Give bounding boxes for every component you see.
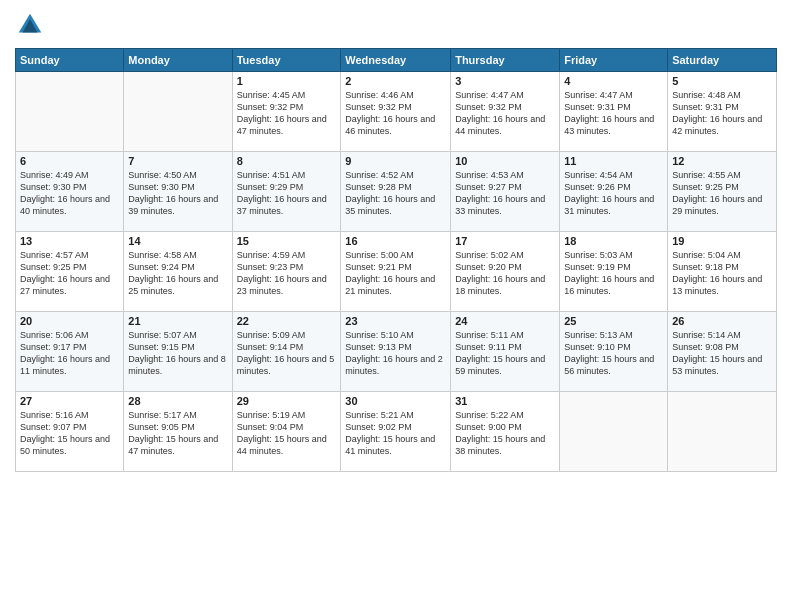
day-info: Sunrise: 4:51 AM Sunset: 9:29 PM Dayligh… [237,169,337,218]
day-info: Sunrise: 5:00 AM Sunset: 9:21 PM Dayligh… [345,249,446,298]
calendar-cell: 2Sunrise: 4:46 AM Sunset: 9:32 PM Daylig… [341,72,451,152]
day-info: Sunrise: 5:21 AM Sunset: 9:02 PM Dayligh… [345,409,446,458]
day-of-week-header: Thursday [451,49,560,72]
calendar-cell: 1Sunrise: 4:45 AM Sunset: 9:32 PM Daylig… [232,72,341,152]
calendar-header-row: SundayMondayTuesdayWednesdayThursdayFrid… [16,49,777,72]
day-info: Sunrise: 4:45 AM Sunset: 9:32 PM Dayligh… [237,89,337,138]
calendar-cell: 14Sunrise: 4:58 AM Sunset: 9:24 PM Dayli… [124,232,232,312]
day-of-week-header: Monday [124,49,232,72]
calendar-cell [124,72,232,152]
day-number: 23 [345,315,446,327]
calendar-cell [16,72,124,152]
day-of-week-header: Wednesday [341,49,451,72]
calendar-cell: 28Sunrise: 5:17 AM Sunset: 9:05 PM Dayli… [124,392,232,472]
day-number: 6 [20,155,119,167]
day-info: Sunrise: 5:19 AM Sunset: 9:04 PM Dayligh… [237,409,337,458]
calendar-cell: 23Sunrise: 5:10 AM Sunset: 9:13 PM Dayli… [341,312,451,392]
day-number: 16 [345,235,446,247]
day-info: Sunrise: 5:16 AM Sunset: 9:07 PM Dayligh… [20,409,119,458]
day-info: Sunrise: 5:09 AM Sunset: 9:14 PM Dayligh… [237,329,337,378]
day-info: Sunrise: 4:55 AM Sunset: 9:25 PM Dayligh… [672,169,772,218]
day-info: Sunrise: 5:10 AM Sunset: 9:13 PM Dayligh… [345,329,446,378]
day-number: 13 [20,235,119,247]
calendar-cell: 25Sunrise: 5:13 AM Sunset: 9:10 PM Dayli… [560,312,668,392]
day-number: 5 [672,75,772,87]
calendar-cell: 24Sunrise: 5:11 AM Sunset: 9:11 PM Dayli… [451,312,560,392]
day-number: 18 [564,235,663,247]
day-number: 15 [237,235,337,247]
calendar-week-row: 6Sunrise: 4:49 AM Sunset: 9:30 PM Daylig… [16,152,777,232]
day-info: Sunrise: 5:22 AM Sunset: 9:00 PM Dayligh… [455,409,555,458]
day-number: 19 [672,235,772,247]
day-number: 30 [345,395,446,407]
day-number: 17 [455,235,555,247]
calendar-cell: 16Sunrise: 5:00 AM Sunset: 9:21 PM Dayli… [341,232,451,312]
header [15,10,777,40]
day-number: 27 [20,395,119,407]
calendar-cell: 7Sunrise: 4:50 AM Sunset: 9:30 PM Daylig… [124,152,232,232]
calendar-cell: 29Sunrise: 5:19 AM Sunset: 9:04 PM Dayli… [232,392,341,472]
calendar-cell: 21Sunrise: 5:07 AM Sunset: 9:15 PM Dayli… [124,312,232,392]
day-number: 11 [564,155,663,167]
calendar-week-row: 27Sunrise: 5:16 AM Sunset: 9:07 PM Dayli… [16,392,777,472]
calendar-cell: 4Sunrise: 4:47 AM Sunset: 9:31 PM Daylig… [560,72,668,152]
calendar-cell [560,392,668,472]
day-number: 28 [128,395,227,407]
day-number: 25 [564,315,663,327]
calendar-cell: 10Sunrise: 4:53 AM Sunset: 9:27 PM Dayli… [451,152,560,232]
calendar-table: SundayMondayTuesdayWednesdayThursdayFrid… [15,48,777,472]
calendar-cell: 27Sunrise: 5:16 AM Sunset: 9:07 PM Dayli… [16,392,124,472]
calendar-cell: 30Sunrise: 5:21 AM Sunset: 9:02 PM Dayli… [341,392,451,472]
calendar-cell: 20Sunrise: 5:06 AM Sunset: 9:17 PM Dayli… [16,312,124,392]
calendar-week-row: 20Sunrise: 5:06 AM Sunset: 9:17 PM Dayli… [16,312,777,392]
day-number: 24 [455,315,555,327]
day-info: Sunrise: 4:59 AM Sunset: 9:23 PM Dayligh… [237,249,337,298]
day-info: Sunrise: 5:07 AM Sunset: 9:15 PM Dayligh… [128,329,227,378]
calendar-cell: 31Sunrise: 5:22 AM Sunset: 9:00 PM Dayli… [451,392,560,472]
calendar-cell: 13Sunrise: 4:57 AM Sunset: 9:25 PM Dayli… [16,232,124,312]
calendar-cell: 26Sunrise: 5:14 AM Sunset: 9:08 PM Dayli… [668,312,777,392]
page: SundayMondayTuesdayWednesdayThursdayFrid… [0,0,792,612]
day-info: Sunrise: 5:13 AM Sunset: 9:10 PM Dayligh… [564,329,663,378]
day-number: 12 [672,155,772,167]
calendar-cell [668,392,777,472]
calendar-cell: 18Sunrise: 5:03 AM Sunset: 9:19 PM Dayli… [560,232,668,312]
day-info: Sunrise: 5:06 AM Sunset: 9:17 PM Dayligh… [20,329,119,378]
day-info: Sunrise: 5:11 AM Sunset: 9:11 PM Dayligh… [455,329,555,378]
calendar-cell: 3Sunrise: 4:47 AM Sunset: 9:32 PM Daylig… [451,72,560,152]
calendar-cell: 19Sunrise: 5:04 AM Sunset: 9:18 PM Dayli… [668,232,777,312]
calendar-week-row: 13Sunrise: 4:57 AM Sunset: 9:25 PM Dayli… [16,232,777,312]
day-number: 22 [237,315,337,327]
day-info: Sunrise: 4:46 AM Sunset: 9:32 PM Dayligh… [345,89,446,138]
day-info: Sunrise: 4:54 AM Sunset: 9:26 PM Dayligh… [564,169,663,218]
day-info: Sunrise: 4:52 AM Sunset: 9:28 PM Dayligh… [345,169,446,218]
calendar-cell: 9Sunrise: 4:52 AM Sunset: 9:28 PM Daylig… [341,152,451,232]
day-info: Sunrise: 4:49 AM Sunset: 9:30 PM Dayligh… [20,169,119,218]
day-info: Sunrise: 4:50 AM Sunset: 9:30 PM Dayligh… [128,169,227,218]
calendar-cell: 17Sunrise: 5:02 AM Sunset: 9:20 PM Dayli… [451,232,560,312]
logo [15,10,49,40]
day-number: 21 [128,315,227,327]
day-of-week-header: Sunday [16,49,124,72]
day-number: 8 [237,155,337,167]
day-info: Sunrise: 4:48 AM Sunset: 9:31 PM Dayligh… [672,89,772,138]
calendar-cell: 11Sunrise: 4:54 AM Sunset: 9:26 PM Dayli… [560,152,668,232]
day-info: Sunrise: 5:14 AM Sunset: 9:08 PM Dayligh… [672,329,772,378]
day-info: Sunrise: 4:47 AM Sunset: 9:31 PM Dayligh… [564,89,663,138]
day-number: 10 [455,155,555,167]
day-info: Sunrise: 5:17 AM Sunset: 9:05 PM Dayligh… [128,409,227,458]
calendar-week-row: 1Sunrise: 4:45 AM Sunset: 9:32 PM Daylig… [16,72,777,152]
day-info: Sunrise: 4:47 AM Sunset: 9:32 PM Dayligh… [455,89,555,138]
day-info: Sunrise: 4:53 AM Sunset: 9:27 PM Dayligh… [455,169,555,218]
calendar-cell: 12Sunrise: 4:55 AM Sunset: 9:25 PM Dayli… [668,152,777,232]
calendar-cell: 15Sunrise: 4:59 AM Sunset: 9:23 PM Dayli… [232,232,341,312]
day-number: 2 [345,75,446,87]
day-info: Sunrise: 5:04 AM Sunset: 9:18 PM Dayligh… [672,249,772,298]
calendar-cell: 22Sunrise: 5:09 AM Sunset: 9:14 PM Dayli… [232,312,341,392]
day-number: 7 [128,155,227,167]
logo-icon [15,10,45,40]
calendar-cell: 5Sunrise: 4:48 AM Sunset: 9:31 PM Daylig… [668,72,777,152]
day-number: 20 [20,315,119,327]
day-number: 1 [237,75,337,87]
day-number: 26 [672,315,772,327]
